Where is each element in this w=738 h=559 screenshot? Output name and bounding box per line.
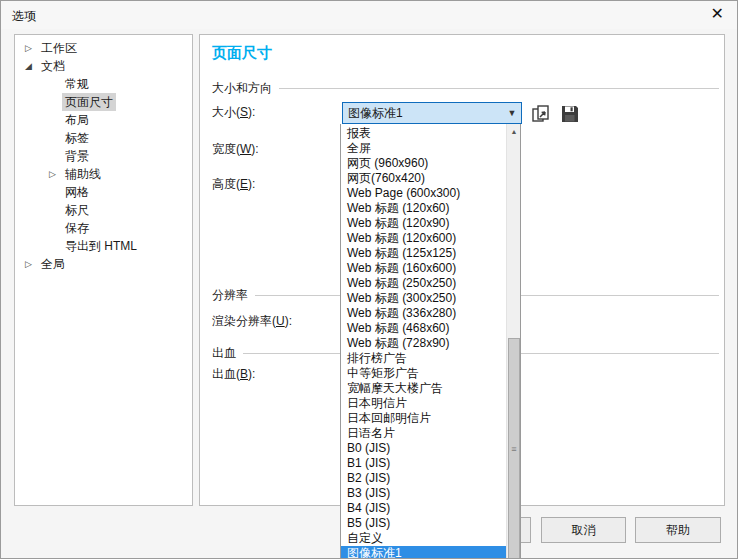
tree-item-layout[interactable]: 布局 (15, 111, 192, 129)
dropdown-option[interactable]: B0 (JIS) (341, 441, 506, 456)
dropdown-option[interactable]: B3 (JIS) (341, 486, 506, 501)
expanded-arrow-icon[interactable]: ◢ (25, 57, 38, 75)
save-preset-icon[interactable] (560, 104, 580, 124)
window-title: 选项 (12, 8, 36, 25)
dropdown-option[interactable]: Web 标题 (160x600) (341, 261, 506, 276)
group-label: 出血 (212, 346, 236, 360)
settings-tree: ▷工作区◢文档常规页面尺寸布局标签背景▷辅助线网格标尺保存导出到 HTML▷全局 (14, 34, 193, 506)
tree-item-label: 标签 (62, 129, 92, 147)
dropdown-scrollbar[interactable]: ▲ ≡ (506, 124, 520, 559)
render-resolution-label: 渲染分辨率(U): (212, 314, 292, 328)
height-label: 高度(E): (212, 177, 255, 191)
tree-item-rulers[interactable]: 标尺 (15, 201, 192, 219)
tree-item-label: 背景 (62, 147, 92, 165)
dropdown-option[interactable]: 日本回邮明信片 (341, 411, 506, 426)
dropdown-option[interactable]: 日本明信片 (341, 396, 506, 411)
dropdown-option[interactable]: 日语名片 (341, 426, 506, 441)
size-dropdown-list: 报表全屏网页 (960x960)网页(760x420)Web Page (600… (340, 124, 521, 559)
tree-item-label: 工作区 (38, 39, 80, 57)
group-label: 大小和方向 (212, 81, 272, 95)
bleed-label: 出血(B): (212, 367, 255, 381)
dropdown-option[interactable]: B4 (JIS) (341, 501, 506, 516)
dropdown-option[interactable]: Web 标题 (250x250) (341, 276, 506, 291)
group-divider (279, 88, 719, 89)
dropdown-option[interactable]: Web 标题 (120x90) (341, 216, 506, 231)
tree-item-label: 网格 (62, 183, 92, 201)
dropdown-option[interactable]: 宽幅摩天大楼广告 (341, 381, 506, 396)
chevron-down-icon[interactable]: ▼ (503, 108, 521, 118)
size-select-value: 图像标准1 (343, 105, 503, 122)
tree-item-document[interactable]: ◢文档 (15, 57, 192, 75)
size-label: 大小(S): (212, 105, 255, 119)
size-select[interactable]: 图像标准1 ▼ (342, 102, 522, 124)
tree-item-label: 页面尺寸 (62, 93, 116, 111)
tree-item-label: 标尺 (62, 201, 92, 219)
scroll-up-icon[interactable]: ▲ (507, 124, 521, 139)
tree-item-workspace[interactable]: ▷工作区 (15, 39, 192, 57)
dropdown-option[interactable]: B5 (JIS) (341, 516, 506, 531)
dropdown-option[interactable]: 报表 (341, 126, 506, 141)
title-bar: 选项 ✕ (1, 1, 737, 29)
tree-item-label: 辅助线 (62, 165, 104, 183)
dropdown-option[interactable]: 图像标准1 (341, 546, 506, 559)
dropdown-option[interactable]: Web 标题 (120x60) (341, 201, 506, 216)
group-size-orientation: 大小和方向 (212, 81, 719, 95)
dropdown-option[interactable]: Web 标题 (300x250) (341, 291, 506, 306)
dropdown-option[interactable]: B1 (JIS) (341, 456, 506, 471)
collapsed-arrow-icon[interactable]: ▷ (25, 255, 38, 273)
collapsed-arrow-icon[interactable]: ▷ (49, 165, 62, 183)
page-from-printer-icon[interactable] (531, 104, 551, 124)
tree-item-save[interactable]: 保存 (15, 219, 192, 237)
group-label: 分辨率 (212, 288, 248, 302)
tree-item-guidelines[interactable]: ▷辅助线 (15, 165, 192, 183)
page-title: 页面尺寸 (212, 46, 272, 60)
dropdown-option[interactable]: 网页(760x420) (341, 171, 506, 186)
dropdown-option[interactable]: 自定义 (341, 531, 506, 546)
dropdown-option[interactable]: 全屏 (341, 141, 506, 156)
tree-item-export-html[interactable]: 导出到 HTML (15, 237, 192, 255)
width-label: 宽度(W): (212, 142, 259, 156)
dropdown-option[interactable]: Web 标题 (336x280) (341, 306, 506, 321)
tree-item-label: 文档 (38, 57, 68, 75)
tree-item-background[interactable]: 背景 (15, 147, 192, 165)
tree-item-label: 保存 (62, 219, 92, 237)
dropdown-option[interactable]: Web 标题 (468x60) (341, 321, 506, 336)
tree-item-label: 导出到 HTML (62, 237, 140, 255)
dropdown-option[interactable]: Web 标题 (728x90) (341, 336, 506, 351)
cancel-button[interactable]: 取消 (541, 517, 626, 543)
scrollbar-thumb[interactable]: ≡ (508, 338, 520, 559)
tree-item-label: 布局 (62, 111, 92, 129)
dropdown-option[interactable]: 中等矩形广告 (341, 366, 506, 381)
tree-item-global[interactable]: ▷全局 (15, 255, 192, 273)
tree-item-grid[interactable]: 网格 (15, 183, 192, 201)
help-button[interactable]: 帮助 (635, 517, 721, 543)
thumb-grip-icon: ≡ (509, 443, 519, 455)
dropdown-option[interactable]: Web Page (600x300) (341, 186, 506, 201)
dropdown-option[interactable]: 网页 (960x960) (341, 156, 506, 171)
tree-item-label[interactable]: 标签 (15, 129, 192, 147)
collapsed-arrow-icon[interactable]: ▷ (25, 39, 38, 57)
dropdown-option[interactable]: Web 标题 (125x125) (341, 246, 506, 261)
tree-item-label: 全局 (38, 255, 68, 273)
tree-item-label: 常规 (62, 75, 92, 93)
options-dialog: 选项 ✕ ▷工作区◢文档常规页面尺寸布局标签背景▷辅助线网格标尺保存导出到 HT… (0, 0, 738, 559)
dropdown-option[interactable]: Web 标题 (120x600) (341, 231, 506, 246)
tree-item-general[interactable]: 常规 (15, 75, 192, 93)
close-icon[interactable]: ✕ (711, 4, 724, 24)
dropdown-option[interactable]: 排行榜广告 (341, 351, 506, 366)
tree-item-page-size[interactable]: 页面尺寸 (15, 93, 192, 111)
dropdown-option[interactable]: B2 (JIS) (341, 471, 506, 486)
